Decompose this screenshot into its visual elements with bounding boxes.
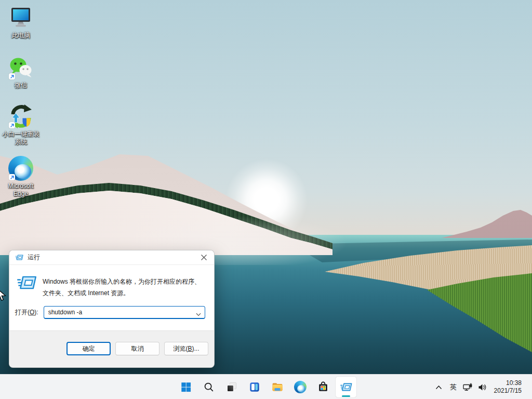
widgets-button[interactable] [244,377,265,397]
desktop-icon-label: 微信 [15,82,27,89]
speaker-icon [478,383,487,391]
ethernet-icon [463,383,473,392]
file-explorer-icon [271,381,284,393]
close-icon[interactable] [193,250,214,264]
chevron-up-icon [435,385,442,390]
windows-logo-icon [180,381,192,393]
run-icon [15,254,23,261]
this-pc-icon [8,5,33,30]
run-dialog: 运行 Windows 将根据你所输入的名称，为你打开相应的程序、 文件夹、文档或… [9,250,215,368]
run-dialog-title: 运行 [28,253,40,262]
tray-date: 2021/7/15 [494,387,522,395]
run-command-input[interactable] [44,306,205,319]
edge-icon [8,156,33,181]
search-icon [203,381,215,393]
start-button[interactable] [176,377,196,397]
desktop-icon-this-pc[interactable]: 此电脑 [1,5,41,39]
ime-indicator[interactable]: 英 [446,377,461,397]
shortcut-arrow-icon [9,73,15,79]
volume-button[interactable] [475,377,490,397]
open-label: 打开(O): [15,308,38,317]
desktop-icon-label: Microsoft Edge [8,182,34,198]
chevron-down-icon[interactable] [196,311,201,318]
run-icon [340,382,352,392]
system-tray: 英 10 [432,375,532,399]
xiaobai-reinstall-icon [8,104,33,129]
shortcut-arrow-icon [9,174,15,180]
taskbar: 英 10 [0,374,532,399]
widgets-icon [249,381,260,393]
edge-icon [294,381,307,393]
browse-button[interactable]: 浏览(B)... [164,342,208,355]
clock[interactable]: 10:38 2021/7/15 [492,379,524,395]
desktop-icon-label: 此电脑 [11,32,30,39]
run-dialog-titlebar[interactable]: 运行 [9,250,214,265]
network-button[interactable] [461,377,475,397]
wechat-icon [8,55,33,80]
run-dialog-description: Windows 将根据你所输入的名称，为你打开相应的程序、 文件夹、文档或 In… [43,276,208,299]
task-view-button[interactable] [221,377,242,397]
hidden-icons-button[interactable] [432,377,446,397]
desktop-icon-edge[interactable]: Microsoft Edge [1,156,41,198]
desktop-icon-xiaobai[interactable]: 小白一键重装 系统 [1,104,41,146]
cancel-button[interactable]: 取消 [115,342,159,355]
tray-time: 10:38 [506,379,522,387]
run-command-combobox [44,306,205,319]
store-button[interactable] [313,377,334,397]
shortcut-arrow-icon [9,122,15,128]
edge-button[interactable] [290,377,311,397]
ok-button[interactable]: 确定 [66,342,111,355]
desktop-icon-wechat[interactable]: 微信 [1,55,41,89]
run-dialog-footer: 确定 取消 浏览(B)... [9,330,214,367]
file-explorer-button[interactable] [267,377,288,397]
task-view-icon [226,381,237,393]
run-icon-large [16,275,37,292]
store-icon [317,381,329,393]
active-app-indicator [342,395,350,397]
run-taskbar-button[interactable] [336,377,356,397]
search-button[interactable] [198,377,219,397]
desktop-screen: 此电脑 微信 [0,0,532,399]
desktop-icon-label: 小白一键重装 系统 [2,130,39,146]
